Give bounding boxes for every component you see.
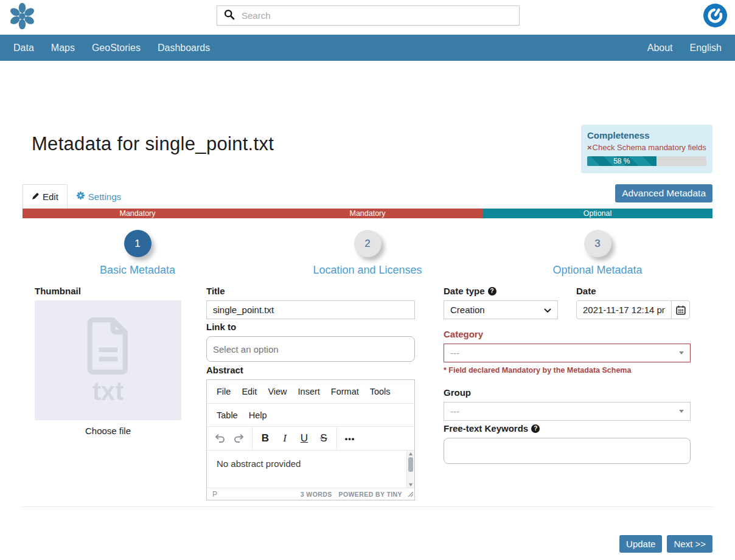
redo-icon[interactable] [230,429,248,448]
title-row: Metadata for single_point.txt Completene… [23,125,712,173]
group-label: Group [444,387,691,398]
word-count: 3 WORDS [301,491,332,498]
page-title: Metadata for single_point.txt [32,133,274,155]
step-1-label[interactable]: Basic Metadata [100,264,175,277]
help-icon[interactable]: ? [488,287,496,296]
keywords-input[interactable] [444,438,691,464]
date-type-select[interactable]: Creation [444,300,558,319]
middle-column: Title Link to Abstract File Edit View In… [206,286,415,500]
completeness-panel: Completeness ×Check Schema mandatory fie… [581,125,712,173]
scroll-up-icon[interactable] [407,451,414,457]
abstract-richtext-editor: File Edit View Insert Format Tools Table… [206,379,415,500]
editor-statusbar: P 3 WORDS POWERED BY TINY [207,488,414,500]
search-bar [217,5,520,26]
abstract-label: Abstract [206,365,415,375]
date-type-label: Date type ? [444,286,558,296]
step-2-label[interactable]: Location and Licenses [313,264,422,277]
italic-button[interactable]: I [276,429,294,448]
step-3-label[interactable]: Optional Metadata [552,264,642,277]
menu-format[interactable]: Format [326,384,364,399]
more-tools-group: ••• [337,427,363,450]
thumbnail-label: Thumbnail [35,286,181,296]
nav-item-geostories[interactable]: GeoStories [83,35,149,61]
menu-file[interactable]: File [211,384,236,399]
thumbnail-column: Thumbnail txt Choose file [23,286,181,500]
link-to-label: Link to [206,322,415,332]
segment-mandatory-2: Mandatory [253,209,482,218]
form-actions: Update Next >> [23,535,712,553]
undo-icon[interactable] [211,429,229,448]
navbar-right-group: About English [639,35,730,61]
top-header [0,0,735,35]
powered-by-tiny: POWERED BY TINY [339,491,402,498]
nav-item-dashboards[interactable]: Dashboards [149,35,218,61]
editor-scrollbar[interactable] [406,451,414,488]
date-input[interactable] [576,300,672,319]
step-2-circle[interactable]: 2 [354,230,381,257]
pencil-icon [32,192,40,202]
strikethrough-button[interactable]: S [315,429,333,448]
element-path: P [212,490,301,499]
bold-button[interactable]: B [256,429,274,448]
completeness-progressbar: 58 % [587,156,706,166]
update-button[interactable]: Update [619,535,662,553]
group-select[interactable]: --- [444,402,691,421]
advanced-metadata-button[interactable]: Advanced Metadata [615,184,712,202]
underline-button[interactable]: U [295,429,313,448]
calendar-icon[interactable] [671,300,690,319]
help-icon[interactable]: ? [531,424,540,433]
date-input-group [576,300,691,319]
editor-content-area: No abstract provided [207,451,414,488]
link-to-input[interactable] [206,336,415,362]
search-input[interactable] [240,10,512,21]
nav-item-language[interactable]: English [681,35,730,61]
resize-handle-icon[interactable] [408,490,413,499]
scrollbar-thumb[interactable] [408,457,413,472]
file-type-badge: txt [92,379,124,404]
logout-power-icon[interactable] [703,4,727,30]
cross-icon: × [587,143,592,152]
geonode-logo-icon[interactable] [8,2,37,33]
completeness-title: Completeness [587,130,706,140]
segment-mandatory-1: Mandatory [23,209,253,218]
step-3-circle[interactable]: 3 [584,230,611,257]
choose-file-button[interactable]: Choose file [35,426,181,436]
nav-item-about[interactable]: About [639,35,681,61]
menu-tools[interactable]: Tools [364,384,396,399]
metadata-tabs: Edit Settings Advanced Metadata [23,184,712,209]
step-1-cell: 1 Basic Metadata [23,230,253,277]
nav-item-maps[interactable]: Maps [43,35,83,61]
caret-down-icon [679,410,684,413]
next-button[interactable]: Next >> [667,535,712,553]
nav-item-data[interactable]: Data [5,35,43,61]
right-column: Date type ? Creation Date [444,286,691,500]
document-icon [83,317,133,378]
step-3-cell: 3 Optional Metadata [482,230,712,277]
metadata-form: Thumbnail txt Choose file Title Link to [23,286,712,500]
editor-menubar-row2: Table Help [207,404,414,427]
caret-down-icon [679,351,684,354]
completeness-progress-fill: 58 % [587,156,657,166]
tab-edit[interactable]: Edit [23,184,68,209]
title-input[interactable] [206,300,415,319]
abstract-content[interactable]: No abstract provided [207,451,406,488]
menu-view[interactable]: View [262,384,292,399]
menu-insert[interactable]: Insert [293,384,326,399]
gear-icon [76,191,85,202]
scroll-down-icon[interactable] [407,482,414,488]
mandatory-field-note: * Field declared Mandatory by the Metada… [444,366,691,375]
chevron-down-icon [544,305,551,315]
menu-help[interactable]: Help [243,407,273,423]
format-buttons-group: B I U S [253,427,337,450]
more-tools-button[interactable]: ••• [341,429,359,448]
editor-toolbar: B I U S ••• [207,427,414,451]
tab-settings[interactable]: Settings [68,184,130,209]
undo-redo-group [207,427,253,450]
step-1-circle[interactable]: 1 [124,230,152,257]
wizard-steps: 1 Basic Metadata 2 Location and Licenses… [23,230,712,277]
menu-table[interactable]: Table [211,407,243,423]
category-select[interactable]: --- [444,344,691,362]
editor-menubar-row1: File Edit View Insert Format Tools [207,380,414,404]
menu-edit[interactable]: Edit [236,384,262,399]
category-label: Category [444,329,691,339]
